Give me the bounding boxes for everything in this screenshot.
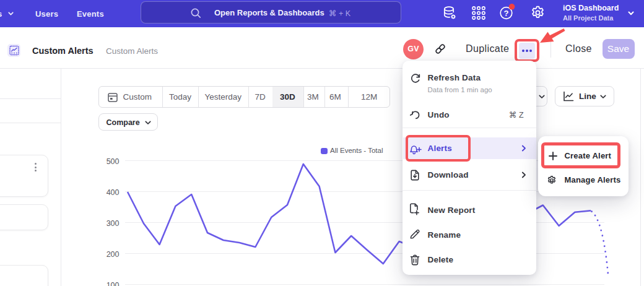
- svg-text:300: 300: [107, 219, 120, 228]
- svg-text:?: ?: [504, 9, 509, 18]
- svg-text:400: 400: [107, 188, 120, 197]
- svg-text:200: 200: [107, 250, 120, 259]
- svg-text:500: 500: [107, 157, 120, 166]
- svg-text:100: 100: [107, 281, 120, 286]
